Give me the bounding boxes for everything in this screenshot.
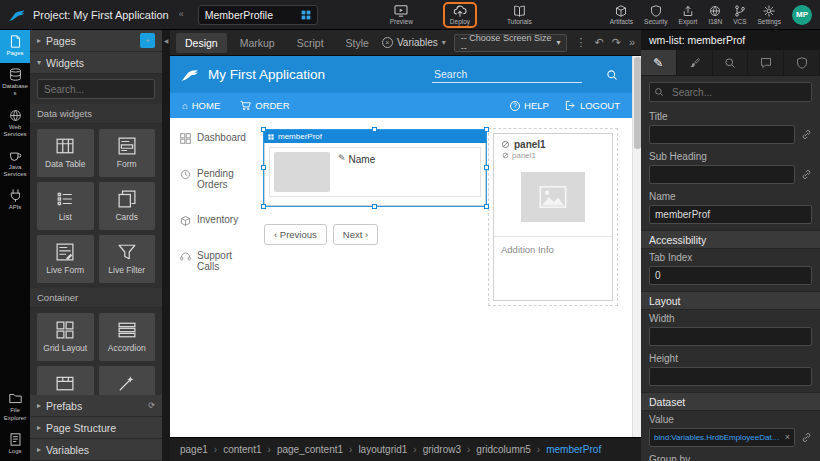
widget-tile-data-table[interactable]: Data Table xyxy=(37,129,94,177)
left-panel-collapse-handle[interactable] xyxy=(162,30,170,461)
artifacts-button[interactable]: Artifacts xyxy=(610,5,633,25)
tutorials-button[interactable]: Tutorials xyxy=(507,5,532,25)
panel1-widget[interactable]: panel1 panel1 xyxy=(493,133,613,301)
security-button[interactable]: Security xyxy=(644,5,667,25)
widget-tile-live-form[interactable]: Live Form xyxy=(37,235,94,283)
canvas-vertical-scrollbar[interactable] xyxy=(632,56,641,437)
tab-index-input[interactable] xyxy=(649,266,812,285)
rail-item-logs[interactable]: Logs xyxy=(0,428,30,461)
name-input[interactable] xyxy=(649,205,812,224)
more-options-icon[interactable] xyxy=(575,37,586,48)
page-tab-memberprofile[interactable]: MemberProfile xyxy=(198,5,318,25)
rail-item-apis[interactable]: APIs xyxy=(0,184,30,217)
resize-handle[interactable] xyxy=(261,204,266,209)
bind-value-icon[interactable] xyxy=(801,432,812,443)
panel-image-placeholder[interactable] xyxy=(521,172,585,222)
section-dataset[interactable]: Dataset xyxy=(641,392,820,411)
widget-search-input[interactable] xyxy=(37,79,155,99)
resize-handle[interactable] xyxy=(484,165,489,170)
breadcrumb-page1[interactable]: page1 xyxy=(180,444,208,455)
widget-tile-live-filter[interactable]: Live Filter xyxy=(99,235,156,283)
tab-events[interactable] xyxy=(748,50,784,75)
rail-item-java-services[interactable]: Java Services xyxy=(0,144,30,184)
widget-tile-wizard[interactable]: Wizard xyxy=(99,366,156,395)
variables-dropdown[interactable]: Variables xyxy=(382,37,446,48)
sidebar-item-support-calls[interactable]: Support Calls xyxy=(180,250,250,272)
variables-section-header[interactable]: Variables xyxy=(30,439,162,461)
app-search-icon[interactable] xyxy=(606,69,618,81)
sidebar-item-dashboard[interactable]: Dashboard xyxy=(180,132,250,144)
panel-grid-column[interactable]: panel1 panel1 xyxy=(488,128,618,306)
widget-tile-cards[interactable]: Cards xyxy=(99,182,156,230)
nav-item-logout[interactable]: LOGOUT xyxy=(565,100,620,111)
pages-section-header[interactable]: Pages xyxy=(30,30,162,52)
list-item-template[interactable]: Name xyxy=(269,147,481,197)
tab-markup[interactable]: Markup xyxy=(231,33,284,53)
add-page-button[interactable] xyxy=(140,33,155,48)
tab-properties[interactable] xyxy=(641,50,677,75)
width-input[interactable] xyxy=(649,327,812,346)
rail-item-databases[interactable]: Databases xyxy=(0,63,30,103)
previous-page-button[interactable]: ‹ Previous xyxy=(264,224,327,245)
deploy-button[interactable]: Deploy xyxy=(450,5,470,25)
memberprof-list-widget[interactable]: memberProf Name xyxy=(264,130,486,206)
design-canvas[interactable]: My First Application HOME xyxy=(170,56,641,437)
title-input[interactable] xyxy=(649,125,795,144)
tab-style[interactable]: Style xyxy=(337,33,378,53)
resize-handle[interactable] xyxy=(484,204,489,209)
value-binding-box[interactable]: bind:Variables.HrdbEmployeeData.data xyxy=(649,428,795,447)
sidebar-item-pending-orders[interactable]: Pending Orders xyxy=(180,168,250,190)
breadcrumb-memberprof[interactable]: memberProf xyxy=(531,444,601,455)
rail-item-pages[interactable]: Pages xyxy=(0,30,30,63)
collapse-header-icon[interactable] xyxy=(179,10,184,19)
settings-button[interactable]: Settings xyxy=(758,5,782,25)
tab-security[interactable] xyxy=(784,50,820,75)
widget-tile-grid-layout[interactable]: Grid Layout xyxy=(37,313,94,361)
resize-handle[interactable] xyxy=(372,204,377,209)
user-avatar[interactable]: MP xyxy=(792,5,812,25)
widget-tile-list[interactable]: List xyxy=(37,182,94,230)
clear-binding-icon[interactable] xyxy=(785,433,790,442)
properties-search-input[interactable] xyxy=(649,82,812,102)
app-header[interactable]: My First Application xyxy=(170,56,632,93)
rail-item-web-services[interactable]: Web Services xyxy=(0,104,30,144)
sidebar-item-inventory[interactable]: Inventory xyxy=(180,214,250,226)
breadcrumb-gridcolumn5[interactable]: gridcolumn5 xyxy=(461,444,531,455)
undo-icon[interactable] xyxy=(594,37,603,48)
bind-sub-heading-icon[interactable] xyxy=(801,169,812,180)
bind-title-icon[interactable] xyxy=(801,129,812,140)
tab-design[interactable]: Design xyxy=(176,33,227,53)
tab-search[interactable] xyxy=(713,50,749,75)
page-switcher-grid-icon[interactable] xyxy=(301,10,311,20)
nav-item-home[interactable]: HOME xyxy=(182,100,220,111)
tab-script[interactable]: Script xyxy=(288,33,333,53)
rail-item-file-explorer[interactable]: File Explorer xyxy=(0,387,30,427)
scrollbar-thumb[interactable] xyxy=(634,57,641,149)
prefabs-refresh-icon[interactable] xyxy=(148,402,155,410)
nav-item-help[interactable]: ? HELP xyxy=(510,100,549,111)
breadcrumb-layoutgrid1[interactable]: layoutgrid1 xyxy=(343,444,407,455)
redo-icon[interactable] xyxy=(612,37,621,48)
app-search-input[interactable] xyxy=(432,66,582,83)
breadcrumb-page-content1[interactable]: page_content1 xyxy=(262,444,344,455)
i18n-button[interactable]: I18N xyxy=(708,5,722,25)
breadcrumb-gridrow3[interactable]: gridrow3 xyxy=(407,444,461,455)
next-page-button[interactable]: Next › xyxy=(333,224,378,245)
resize-handle[interactable] xyxy=(372,127,377,132)
vcs-button[interactable]: VCS xyxy=(733,5,746,25)
height-input[interactable] xyxy=(649,367,812,386)
resize-handle[interactable] xyxy=(261,127,266,132)
widget-tile-tabs[interactable]: Tabs xyxy=(37,366,94,395)
tab-styles[interactable] xyxy=(677,50,713,75)
prefabs-section-header[interactable]: Prefabs xyxy=(30,395,162,417)
widget-tile-form[interactable]: Form xyxy=(99,129,156,177)
page-structure-section-header[interactable]: Page Structure xyxy=(30,417,162,439)
section-accessibility[interactable]: Accessibility xyxy=(641,230,820,249)
resize-handle[interactable] xyxy=(484,127,489,132)
sub-heading-input[interactable] xyxy=(649,165,795,184)
widget-tile-accordion[interactable]: Accordion xyxy=(99,313,156,361)
preview-button[interactable]: Preview xyxy=(390,5,413,25)
nav-item-order[interactable]: ORDER xyxy=(240,100,289,111)
breadcrumb-content1[interactable]: content1 xyxy=(208,444,262,455)
export-button[interactable]: Export xyxy=(679,5,698,25)
